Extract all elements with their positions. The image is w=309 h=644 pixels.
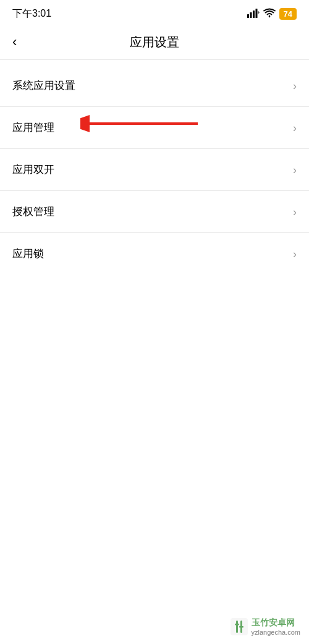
svg-rect-1 [250, 12, 252, 18]
list-item-system-app-settings[interactable]: 系统应用设置 › [0, 65, 309, 107]
system-app-settings-label: 系统应用设置 [12, 78, 75, 93]
battery-level: 74 [284, 9, 292, 19]
app-management-label: 应用管理 [12, 121, 54, 135]
chevron-right-icon: › [293, 80, 297, 91]
svg-rect-10 [235, 624, 239, 625]
back-button[interactable]: ‹ [12, 35, 17, 49]
settings-list: 系统应用设置 › 应用管理 › 应用双开 › 授权管理 › 应用锁 › [0, 65, 309, 274]
chevron-right-icon: › [293, 248, 297, 260]
auth-management-label: 授权管理 [12, 205, 54, 219]
battery-icon: 74 [279, 8, 297, 20]
svg-rect-0 [247, 14, 249, 18]
header-divider [0, 59, 309, 60]
page-title: 应用设置 [130, 34, 179, 51]
watermark-logo-icon [231, 618, 248, 635]
app-dual-open-label: 应用双开 [12, 163, 54, 177]
list-item-app-dual-open[interactable]: 应用双开 › [0, 149, 309, 191]
watermark-text: 玉竹安卓网 yzlangecha.com [252, 617, 301, 637]
chevron-right-icon: › [293, 206, 297, 218]
watermark: 玉竹安卓网 yzlangecha.com [231, 617, 301, 637]
svg-rect-8 [236, 621, 238, 633]
app-lock-label: 应用锁 [12, 247, 44, 261]
status-icons: H 74 [247, 8, 297, 20]
svg-text:H: H [258, 10, 260, 15]
watermark-site: 玉竹安卓网 [252, 617, 301, 628]
nav-bar: ‹ 应用设置 [0, 25, 309, 59]
wifi-icon [263, 8, 276, 20]
svg-rect-11 [239, 626, 243, 628]
signal-icon: H [247, 8, 260, 20]
status-time: 下午3:01 [12, 7, 51, 20]
list-item-app-management[interactable]: 应用管理 › [0, 107, 309, 149]
watermark-url: yzlangecha.com [252, 628, 301, 637]
list-item-app-lock[interactable]: 应用锁 › [0, 233, 309, 274]
status-bar: 下午3:01 H 74 [0, 0, 309, 25]
list-item-auth-management[interactable]: 授权管理 › [0, 191, 309, 233]
chevron-right-icon: › [293, 164, 297, 176]
chevron-right-icon: › [293, 122, 297, 133]
svg-rect-2 [253, 11, 255, 18]
